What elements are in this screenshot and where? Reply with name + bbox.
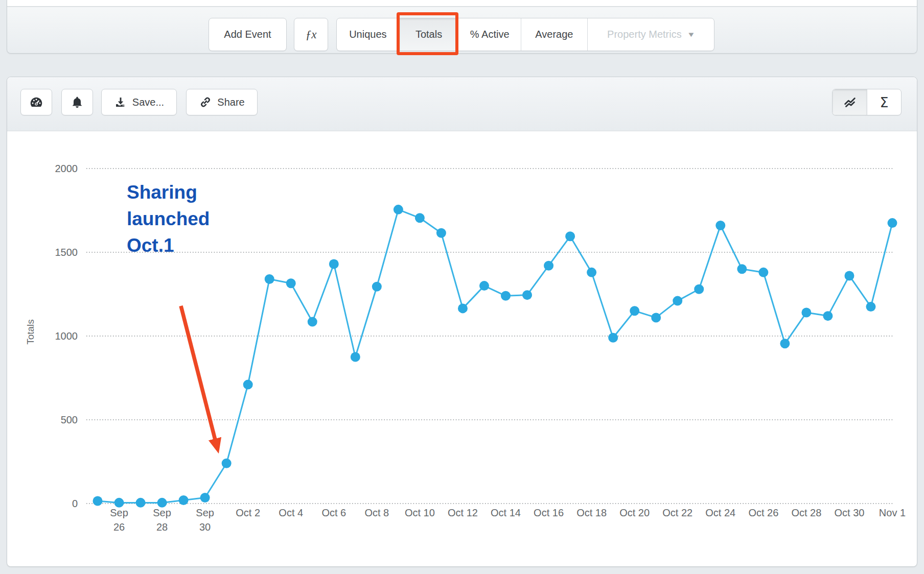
x-tick-label: Oct 6 (321, 507, 346, 518)
analytics-page: { "toolbar": { "add_event": "Add Event",… (0, 0, 924, 574)
data-point[interactable] (587, 268, 596, 277)
chart-area: 0500100015002000TotalsSep26Sep28Sep30Oct… (7, 132, 918, 567)
data-point[interactable] (887, 218, 897, 228)
x-tick-label: Oct 16 (534, 507, 564, 518)
data-point[interactable] (372, 282, 382, 292)
share-button[interactable]: Share (186, 89, 258, 115)
tab-totals-label: Totals (415, 29, 442, 40)
y-tick-label: 2000 (55, 163, 78, 174)
x-tick-label: Oct 4 (279, 507, 303, 518)
x-tick-label: Oct 28 (791, 507, 821, 518)
data-point[interactable] (415, 213, 425, 223)
data-point[interactable] (394, 205, 403, 214)
dashboard-gauge-button[interactable] (20, 89, 52, 115)
data-point[interactable] (544, 261, 553, 271)
data-point[interactable] (286, 278, 296, 288)
data-point[interactable] (758, 268, 768, 277)
data-point[interactable] (501, 291, 511, 301)
data-point[interactable] (93, 496, 103, 506)
alerts-bell-button[interactable] (61, 89, 93, 115)
data-point[interactable] (694, 284, 704, 294)
y-tick-label: 1000 (55, 330, 78, 342)
data-point[interactable] (136, 498, 146, 508)
data-point[interactable] (179, 495, 189, 505)
data-point[interactable] (780, 339, 790, 348)
y-tick-label: 500 (61, 414, 78, 425)
formula-fx-icon: ƒx (306, 28, 317, 41)
x-tick-label: Oct 30 (834, 507, 864, 518)
x-tick-label: Oct 12 (448, 507, 478, 518)
data-point[interactable] (715, 221, 725, 230)
save-button[interactable]: Save... (101, 89, 177, 115)
data-point[interactable] (737, 264, 747, 274)
save-label: Save... (132, 97, 164, 108)
formula-button[interactable]: ƒx (294, 18, 328, 51)
totals-line-chart: 0500100015002000TotalsSep26Sep28Sep30Oct… (7, 132, 918, 567)
chevron-down-icon: ▼ (687, 31, 696, 38)
x-tick-label: Sep (196, 507, 214, 518)
link-icon (199, 95, 212, 109)
annotation-note-line: Oct.1 (127, 235, 174, 256)
data-point[interactable] (222, 459, 232, 468)
data-point[interactable] (351, 352, 360, 362)
x-tick-label: Oct 20 (619, 507, 650, 518)
trend-line-icon (842, 94, 858, 110)
sigma-icon: Σ (880, 94, 888, 110)
x-tick-label: 28 (156, 521, 168, 533)
tab-uniques[interactable]: Uniques (337, 18, 399, 51)
data-point[interactable] (329, 259, 339, 269)
data-point[interactable] (565, 231, 575, 241)
chart-panel: Save... Share (7, 77, 917, 567)
x-tick-label: 30 (199, 521, 211, 533)
share-label: Share (217, 97, 244, 108)
data-point[interactable] (866, 302, 875, 312)
property-metrics-dropdown[interactable]: Property Metrics ▼ (587, 18, 714, 51)
x-tick-label: Oct 24 (705, 507, 735, 518)
line-chart-view-button[interactable] (833, 89, 867, 115)
y-tick-label: 0 (72, 498, 78, 509)
x-tick-label: Nov 1 (879, 507, 906, 518)
data-point[interactable] (608, 333, 618, 343)
annotation-note-line: launched (127, 208, 210, 229)
data-point[interactable] (651, 313, 661, 322)
data-point[interactable] (823, 311, 833, 321)
series-line (98, 209, 892, 503)
gauge-icon (29, 94, 44, 110)
data-point[interactable] (157, 498, 167, 508)
data-point[interactable] (243, 380, 253, 390)
add-event-label: Add Event (224, 29, 271, 40)
download-icon (114, 95, 127, 109)
add-event-button[interactable]: Add Event (209, 18, 287, 51)
tab-totals[interactable]: Totals (399, 18, 458, 51)
x-tick-label: Oct 18 (576, 507, 607, 518)
data-point[interactable] (630, 306, 639, 316)
data-point[interactable] (458, 303, 468, 313)
tab-average[interactable]: Average (521, 18, 587, 51)
data-point[interactable] (200, 493, 210, 503)
chart-view-toggle: Σ (832, 89, 902, 115)
data-point[interactable] (436, 228, 446, 238)
x-tick-label: Oct 8 (364, 507, 389, 518)
data-point[interactable] (114, 498, 124, 508)
tab-uniques-label: Uniques (349, 29, 386, 40)
x-tick-label: Oct 22 (662, 507, 692, 518)
metric-type-segmented-control: Uniques Totals % Active Average Property… (336, 18, 714, 51)
data-point[interactable] (479, 281, 489, 291)
annotation-note-line: Sharing (127, 182, 197, 203)
chart-toolbar: Save... Share (7, 77, 917, 131)
x-tick-label: Oct 26 (748, 507, 778, 518)
data-point[interactable] (801, 308, 811, 318)
tab-average-label: Average (535, 29, 573, 40)
data-point[interactable] (673, 296, 682, 306)
tab-percent-active-label: % Active (470, 29, 510, 40)
data-point[interactable] (844, 271, 854, 280)
data-point[interactable] (522, 290, 532, 300)
summary-view-button[interactable]: Σ (867, 89, 901, 115)
x-tick-label: Oct 14 (491, 507, 521, 518)
x-tick-label: Oct 10 (405, 507, 435, 518)
tab-percent-active[interactable]: % Active (458, 18, 521, 51)
x-tick-label: Sep (110, 507, 128, 518)
bell-icon (70, 95, 84, 109)
data-point[interactable] (265, 274, 274, 284)
data-point[interactable] (308, 317, 317, 327)
